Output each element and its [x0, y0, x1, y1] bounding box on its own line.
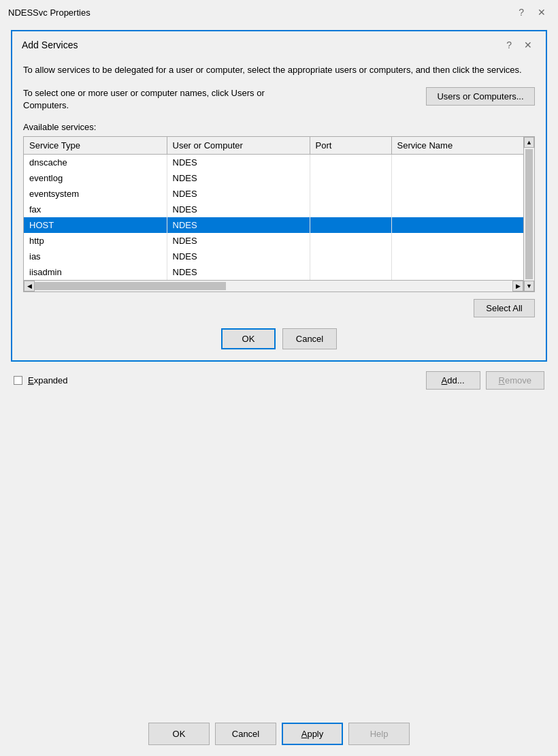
col-header-service-type: Service Type [24, 137, 167, 155]
select-all-button[interactable]: Select All [474, 299, 535, 317]
users-or-computers-button[interactable]: Users or Computers... [426, 87, 535, 106]
outer-window-title: NDESSvc Properties [8, 7, 91, 18]
col-header-service-name: Service Name [391, 137, 534, 155]
scroll-thumb-v[interactable] [525, 149, 533, 279]
table-inner: Service Type User or Computer Port Servi… [24, 137, 534, 280]
table-body: dnscacheNDESeventlogNDESeventsystemNDESf… [24, 154, 534, 280]
cell-user-computer: NDES [167, 217, 310, 233]
cell-user-computer: NDES [167, 170, 310, 186]
footer-help-button[interactable]: Help [348, 723, 410, 745]
cell-service-name [391, 233, 534, 249]
cell-user-computer: NDES [167, 249, 310, 264]
footer-ok-button[interactable]: OK [148, 723, 210, 745]
remove-button[interactable]: Remove [486, 371, 544, 390]
table-scroll-area: Service Type User or Computer Port Servi… [24, 137, 534, 280]
users-description-text: To select one or more user or computer n… [23, 87, 268, 112]
expanded-row: Expanded [14, 375, 68, 385]
dialog-cancel-button[interactable]: Cancel [282, 328, 337, 349]
cell-port [310, 233, 391, 249]
scroll-track-h[interactable] [35, 281, 512, 292]
dialog-body: To allow services to be delegated for a … [12, 57, 546, 360]
available-services-label: Available services: [23, 122, 535, 132]
cell-port [310, 217, 391, 233]
table-row[interactable]: eventlogNDES [24, 170, 534, 186]
inner-close-button[interactable]: ✕ [520, 38, 536, 52]
cell-port [310, 170, 391, 186]
footer-buttons: OK Cancel Apply Help [0, 712, 558, 756]
table-row[interactable]: httpNDES [24, 233, 534, 249]
table-row[interactable]: HOSTNDES [24, 217, 534, 233]
footer-apply-button[interactable]: Apply [282, 723, 343, 745]
outer-close-button[interactable]: ✕ [534, 5, 550, 19]
inner-dialog: Add Services ? ✕ To allow services to be… [11, 30, 547, 362]
vertical-scrollbar[interactable]: ▲ ▼ [523, 137, 534, 280]
scroll-right-button[interactable]: ▶ [512, 281, 523, 292]
dialog-ok-button[interactable]: OK [221, 328, 276, 349]
cell-port [310, 202, 391, 217]
cell-service-type: iisadmin [24, 264, 167, 280]
cell-service-type: dnscache [24, 154, 167, 170]
scroll-left-button[interactable]: ◀ [24, 281, 35, 292]
outer-titlebar: NDESSvc Properties ? ✕ [0, 0, 558, 25]
inner-help-button[interactable]: ? [502, 38, 516, 52]
cell-service-name [391, 170, 534, 186]
bottom-section: Expanded Add... Remove [11, 371, 547, 390]
cell-service-name [391, 217, 534, 233]
cell-service-type: http [24, 233, 167, 249]
services-table-wrapper: Service Type User or Computer Port Servi… [23, 136, 535, 292]
cell-port [310, 186, 391, 202]
cell-service-type: eventlog [24, 170, 167, 186]
table-row[interactable]: faxNDES [24, 202, 534, 217]
main-content: Add Services ? ✕ To allow services to be… [0, 25, 558, 712]
outer-window: NDESSvc Properties ? ✕ Add Services ? ✕ … [0, 0, 558, 756]
cell-service-type: eventsystem [24, 186, 167, 202]
cell-user-computer: NDES [167, 233, 310, 249]
inner-titlebar: Add Services ? ✕ [12, 31, 546, 57]
table-header-row: Service Type User or Computer Port Servi… [24, 137, 534, 155]
select-all-row: Select All [23, 299, 535, 317]
cell-port [310, 154, 391, 170]
ok-cancel-row: OK Cancel [23, 328, 535, 349]
scroll-up-button[interactable]: ▲ [524, 137, 534, 148]
cell-service-name [391, 264, 534, 280]
inner-dialog-title: Add Services [22, 40, 78, 50]
table-row[interactable]: iisadminNDES [24, 264, 534, 280]
bottom-buttons: Add... Remove [426, 371, 544, 390]
outer-help-button[interactable]: ? [514, 5, 528, 19]
cell-service-name [391, 249, 534, 264]
cell-service-name [391, 202, 534, 217]
expanded-checkbox[interactable] [14, 376, 22, 385]
table-row[interactable]: iasNDES [24, 249, 534, 264]
col-header-user-computer: User or Computer [167, 137, 310, 155]
outer-titlebar-buttons: ? ✕ [514, 5, 550, 19]
cell-service-type: fax [24, 202, 167, 217]
cell-user-computer: NDES [167, 264, 310, 280]
cell-service-name [391, 154, 534, 170]
cell-port [310, 249, 391, 264]
col-header-port: Port [310, 137, 391, 155]
cell-user-computer: NDES [167, 202, 310, 217]
scroll-thumb-h[interactable] [35, 282, 226, 290]
add-button[interactable]: Add... [426, 371, 480, 390]
cell-service-name [391, 186, 534, 202]
footer-cancel-button[interactable]: Cancel [215, 723, 276, 745]
table-row[interactable]: dnscacheNDES [24, 154, 534, 170]
users-row: To select one or more user or computer n… [23, 87, 535, 112]
services-table: Service Type User or Computer Port Servi… [24, 137, 534, 280]
cell-port [310, 264, 391, 280]
horizontal-scrollbar-row: ◀ ▶ [24, 280, 534, 292]
table-row[interactable]: eventsystemNDES [24, 186, 534, 202]
dialog-description: To allow services to be delegated for a … [23, 64, 535, 76]
cell-user-computer: NDES [167, 154, 310, 170]
cell-user-computer: NDES [167, 186, 310, 202]
cell-service-type: ias [24, 249, 167, 264]
expanded-label: Expanded [28, 375, 68, 385]
cell-service-type: HOST [24, 217, 167, 233]
inner-titlebar-buttons: ? ✕ [502, 38, 536, 52]
